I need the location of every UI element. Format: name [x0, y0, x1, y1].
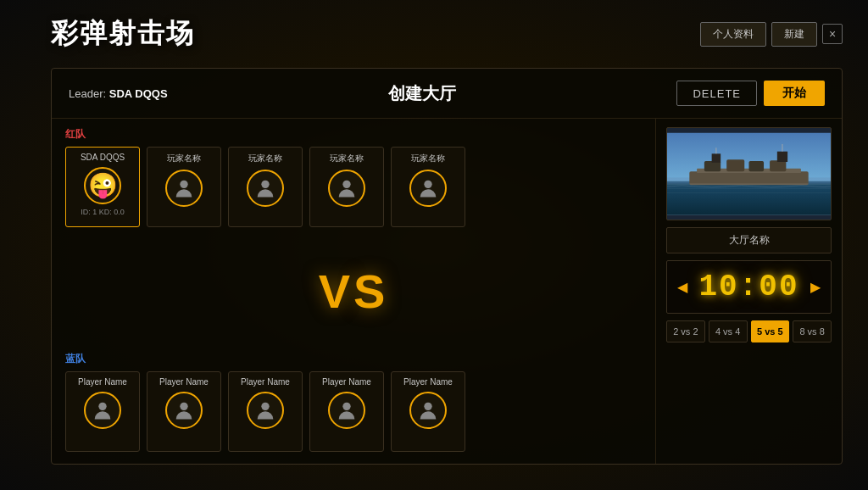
delete-button[interactable]: DELETE: [676, 81, 757, 106]
right-section: 大厅名称 ◀ 10:00 ▶ 2 vs 2 4 vs 4 5 vs 5 8 vs…: [655, 119, 842, 464]
red-player-3[interactable]: 玩家名称: [228, 147, 303, 227]
mode-2v2-button[interactable]: 2 vs 2: [666, 320, 705, 342]
blue-player-2[interactable]: Player Name: [147, 371, 221, 452]
timer-display: 10:00: [698, 270, 798, 304]
svg-rect-22: [667, 183, 831, 185]
red-player-3-avatar: [247, 170, 284, 207]
blue-team-label: 蓝队: [65, 352, 642, 366]
person-icon: [172, 176, 196, 200]
mode-4v4-button[interactable]: 4 vs 4: [709, 320, 748, 342]
svg-rect-16: [749, 161, 765, 171]
blue-player-4-avatar: [328, 392, 365, 429]
vs-section: VS: [65, 231, 642, 352]
blue-player-3-name: Player Name: [232, 377, 298, 387]
person-icon: [253, 398, 277, 422]
red-player-5-name: 玩家名称: [395, 153, 461, 164]
svg-rect-15: [726, 159, 744, 171]
red-team-row: SDA DQQS 😜 ID: 1 KD: 0.0 玩家名称 玩家名称: [65, 147, 642, 227]
red-player-1-stats: ID: 1 KD: 0.0: [81, 208, 125, 216]
mode-5v5-button[interactable]: 5 vs 5: [751, 320, 790, 342]
svg-rect-19: [777, 152, 787, 162]
svg-point-7: [342, 403, 350, 410]
svg-rect-18: [712, 153, 721, 163]
blue-player-2-name: Player Name: [151, 377, 217, 387]
leader-label: Leader: SDA DQQS: [69, 87, 168, 100]
app-title: 彩弹射击场: [51, 15, 195, 53]
panel-header: Leader: SDA DQQS 创建大厅 DELETE 开始: [52, 69, 842, 119]
red-player-2-avatar: [165, 170, 203, 207]
main-panel: Leader: SDA DQQS 创建大厅 DELETE 开始 红队 SDA D…: [51, 68, 843, 465]
svg-point-1: [261, 181, 269, 188]
profile-button[interactable]: 个人资料: [700, 22, 766, 47]
blue-player-1-avatar: [84, 392, 121, 429]
svg-rect-17: [770, 160, 786, 171]
timer-prev-button[interactable]: ◀: [674, 276, 691, 298]
new-button[interactable]: 新建: [771, 22, 817, 47]
leader-name: SDA DQQS: [109, 87, 168, 100]
svg-rect-24: [667, 192, 831, 193]
map-preview: [666, 127, 832, 220]
red-player-5-avatar: [409, 170, 447, 207]
svg-point-3: [424, 181, 431, 188]
teams-section: 红队 SDA DQQS 😜 ID: 1 KD: 0.0 玩家名称: [52, 119, 655, 464]
svg-point-2: [342, 181, 350, 188]
top-buttons: 个人资料 新建 ×: [700, 22, 843, 47]
blue-player-4-name: Player Name: [314, 377, 380, 387]
close-button[interactable]: ×: [822, 24, 843, 44]
svg-rect-23: [667, 188, 831, 189]
person-icon: [335, 398, 359, 422]
header-actions: DELETE 开始: [676, 81, 825, 106]
timer-section: ◀ 10:00 ▶: [666, 260, 832, 314]
timer-next-button[interactable]: ▶: [807, 276, 824, 298]
blue-player-1[interactable]: Player Name: [65, 371, 140, 452]
svg-point-8: [424, 403, 431, 410]
blue-player-3[interactable]: Player Name: [228, 371, 303, 452]
blue-player-5[interactable]: Player Name: [391, 371, 465, 452]
blue-player-5-name: Player Name: [395, 377, 461, 387]
red-team-label: 红队: [65, 127, 642, 142]
red-player-5[interactable]: 玩家名称: [391, 147, 465, 227]
person-icon: [253, 176, 277, 200]
red-player-2[interactable]: 玩家名称: [147, 147, 221, 227]
mode-8v8-button[interactable]: 8 vs 8: [793, 320, 832, 342]
top-bar: 彩弹射击场 个人资料 新建 ×: [51, 15, 843, 53]
lobby-name: 大厅名称: [666, 227, 832, 253]
blue-player-3-avatar: [247, 392, 284, 429]
svg-rect-12: [689, 171, 808, 185]
red-player-2-name: 玩家名称: [151, 153, 217, 164]
vs-text: VS: [319, 264, 389, 319]
red-player-4-name: 玩家名称: [314, 153, 380, 164]
svg-point-0: [180, 181, 187, 188]
red-player-3-name: 玩家名称: [232, 153, 298, 164]
red-player-1-name: SDA DQQS: [70, 153, 136, 162]
start-button[interactable]: 开始: [764, 81, 825, 106]
blue-player-2-avatar: [165, 392, 203, 429]
red-player-4[interactable]: 玩家名称: [309, 147, 384, 227]
blue-team-row: Player Name Player Name Player Name: [65, 371, 642, 452]
red-player-1[interactable]: SDA DQQS 😜 ID: 1 KD: 0.0: [65, 147, 140, 227]
person-icon: [335, 176, 359, 200]
red-player-1-avatar: 😜: [84, 167, 121, 204]
blue-player-4[interactable]: Player Name: [309, 371, 384, 452]
map-svg: [667, 128, 831, 220]
person-icon: [416, 176, 440, 200]
svg-point-4: [98, 403, 106, 410]
mode-buttons: 2 vs 2 4 vs 4 5 vs 5 8 vs 8: [666, 320, 832, 342]
red-player-4-avatar: [328, 170, 365, 207]
blue-player-1-name: Player Name: [70, 377, 136, 387]
panel-title: 创建大厅: [185, 82, 660, 105]
person-icon: [91, 398, 114, 422]
svg-rect-14: [704, 161, 721, 171]
person-icon: [172, 398, 196, 422]
panel-body: 红队 SDA DQQS 😜 ID: 1 KD: 0.0 玩家名称: [52, 119, 842, 464]
svg-point-5: [180, 403, 187, 410]
blue-player-5-avatar: [409, 392, 447, 429]
person-icon: [416, 398, 440, 422]
svg-point-6: [261, 403, 269, 410]
